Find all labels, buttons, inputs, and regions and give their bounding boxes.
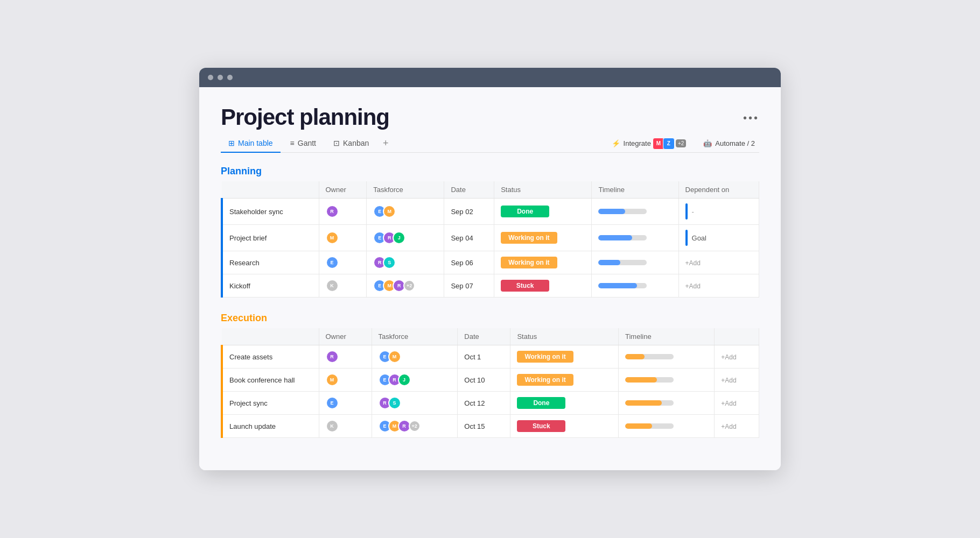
- timeline-fill: [625, 354, 645, 359]
- automate-button[interactable]: 🤖 Automate / 2: [699, 137, 759, 150]
- tabs-right: ⚡ Integrate M Z +2 🤖 Automate / 2: [607, 136, 759, 152]
- cell-name: Research: [222, 251, 319, 274]
- timeline-cell: [598, 209, 671, 214]
- cell-owner: M: [319, 369, 372, 392]
- owner-avatar-group: R: [326, 205, 360, 218]
- cell-date: Oct 10: [458, 369, 510, 392]
- col-status: Status: [510, 328, 619, 345]
- timeline-fill: [625, 400, 662, 406]
- timeline-track: [625, 423, 674, 429]
- timeline-track: [625, 354, 674, 359]
- execution-section-label: Execution: [221, 313, 759, 324]
- table-row: Create assets R E: [222, 345, 759, 369]
- col-dependent: Dependent on: [678, 181, 759, 199]
- col-taskforce: Taskforce: [372, 328, 458, 345]
- taskforce-avatar-group: E M R +2: [373, 279, 437, 292]
- timeline-fill: [625, 377, 657, 383]
- owner-avatar-group: K: [326, 279, 360, 292]
- dep-bar: [685, 203, 688, 220]
- status-badge: Working on it: [517, 351, 573, 363]
- col-status: Status: [494, 181, 592, 199]
- taskforce-avatar-group: R S: [379, 397, 451, 409]
- owner-avatar: E: [326, 397, 339, 409]
- cell-taskforce: R S: [372, 392, 458, 415]
- taskforce-avatar-group: E M R +2: [379, 420, 451, 433]
- main-table-icon: ⊞: [228, 139, 235, 147]
- cell-owner: R: [319, 345, 372, 369]
- col-date: Date: [458, 328, 510, 345]
- integrate-icon: ⚡: [612, 139, 620, 147]
- owner-avatar: K: [326, 279, 339, 292]
- timeline-track: [598, 209, 647, 214]
- table-row: Project brief M E: [222, 225, 759, 251]
- tab-kanban[interactable]: ⊡ Kanban: [326, 134, 376, 153]
- planning-section: Planning Owner Taskforce Date Status Tim…: [221, 166, 759, 298]
- col-dependent: [715, 328, 759, 345]
- more-options-button[interactable]: •••: [743, 112, 759, 124]
- kanban-icon: ⊡: [333, 139, 340, 147]
- cell-taskforce: E M: [372, 345, 458, 369]
- dep-border: -: [685, 203, 752, 220]
- taskforce-avatar-2: S: [388, 397, 401, 409]
- add-tab-button[interactable]: +: [379, 137, 393, 151]
- taskforce-count: +2: [409, 420, 421, 432]
- outer-container: Project planning ••• ⊞ Main table ≡: [0, 0, 980, 538]
- cell-timeline: [619, 369, 715, 392]
- dep-bar: [685, 230, 688, 246]
- tab-gantt[interactable]: ≡ Gantt: [283, 134, 324, 153]
- zoom-integration: Z: [663, 138, 675, 150]
- owner-avatar-group: E: [326, 256, 360, 269]
- owner-avatar: E: [326, 256, 339, 269]
- cell-add: +Add: [715, 345, 759, 369]
- cell-date: Sep 06: [444, 251, 494, 274]
- status-badge: Done: [517, 397, 565, 409]
- cell-add: +Add: [715, 415, 759, 438]
- taskforce-avatar-2: M: [388, 350, 401, 363]
- cell-date: Oct 1: [458, 345, 510, 369]
- cell-date: Oct 15: [458, 415, 510, 438]
- cell-owner: E: [319, 251, 367, 274]
- cell-owner: K: [319, 274, 367, 298]
- traffic-dot-1: [208, 75, 213, 80]
- cell-date: Oct 12: [458, 392, 510, 415]
- timeline-cell: [625, 354, 708, 359]
- taskforce-count: +2: [403, 280, 415, 292]
- timeline-fill: [598, 235, 632, 240]
- cell-status: Working on it: [494, 225, 592, 251]
- cell-dependent: Goal: [678, 225, 759, 251]
- cell-taskforce: E M: [367, 199, 444, 225]
- cell-timeline: [619, 392, 715, 415]
- tabs-left: ⊞ Main table ≡ Gantt ⊡ Kanban +: [221, 134, 393, 152]
- browser-frame: Project planning ••• ⊞ Main table ≡: [199, 68, 781, 470]
- cell-timeline: [592, 199, 678, 225]
- cell-status: Working on it: [494, 251, 592, 274]
- owner-avatar-group: M: [326, 231, 360, 244]
- cell-add: +Add: [715, 392, 759, 415]
- timeline-cell: [625, 423, 708, 429]
- timeline-cell: [598, 235, 671, 240]
- table-row: Kickoff K E M: [222, 274, 759, 298]
- taskforce-avatar-3: J: [393, 231, 405, 244]
- status-badge: Working on it: [517, 374, 573, 386]
- col-timeline: Timeline: [619, 328, 715, 345]
- tab-main-table[interactable]: ⊞ Main table: [221, 134, 281, 153]
- cell-add: +Add: [715, 369, 759, 392]
- tabs-row: ⊞ Main table ≡ Gantt ⊡ Kanban +: [221, 134, 759, 153]
- cell-status: Stuck: [510, 415, 619, 438]
- cell-status: Done: [494, 199, 592, 225]
- owner-avatar-group: E: [326, 397, 365, 409]
- col-owner: Owner: [319, 181, 367, 199]
- timeline-fill: [625, 423, 652, 429]
- taskforce-avatar-2: M: [383, 205, 396, 218]
- cell-status: Stuck: [494, 274, 592, 298]
- cell-status: Working on it: [510, 345, 619, 369]
- timeline-cell: [598, 283, 671, 288]
- cell-status: Done: [510, 392, 619, 415]
- integrate-button[interactable]: ⚡ Integrate M Z +2: [607, 136, 691, 152]
- integrate-label: Integrate: [624, 139, 651, 147]
- timeline-track: [598, 235, 647, 240]
- browser-titlebar: [199, 68, 781, 87]
- col-timeline: Timeline: [592, 181, 678, 199]
- planning-header-row: Owner Taskforce Date Status Timeline Dep…: [222, 181, 759, 199]
- timeline-track: [625, 400, 674, 406]
